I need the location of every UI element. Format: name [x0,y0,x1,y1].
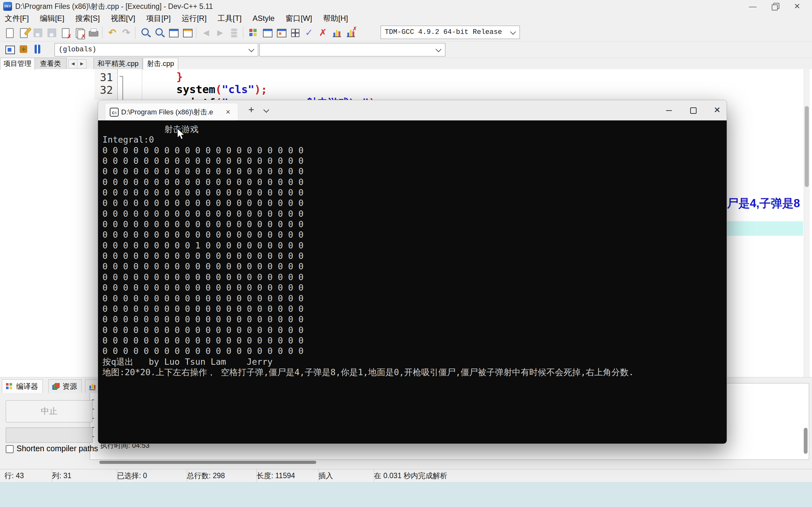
terminal-maximize-button[interactable] [684,101,702,119]
console-screen[interactable]: 射击游戏 Integral:0 0 0 0 0 0 0 0 0 0 0 0 0 … [98,120,727,444]
close-file-button[interactable]: ✗ [58,25,72,40]
chevron-down-icon [248,46,254,52]
tab-class-viewer[interactable]: 查看类 [34,58,67,69]
redo-button[interactable]: ↷ [119,25,133,40]
abort-x-icon: ✗ [316,25,330,40]
tab-compiler[interactable]: 编译器 [2,379,43,393]
back-button[interactable]: ◀ [199,25,213,40]
window-title: D:\Program Files (x86)\射击.cpp - [Executi… [15,0,213,13]
menu-edit[interactable]: 编辑[E] [35,13,69,24]
menu-help[interactable]: 帮助[H] [318,13,353,24]
save-all-icon [48,29,56,37]
devcpp-logo-icon: DEV [3,2,12,11]
fold-tick [119,76,123,77]
abort-button[interactable]: 中止 [6,400,93,422]
menu-view[interactable]: 视图[V] [106,13,140,24]
compile-icon [249,29,257,37]
terminal-title-bar[interactable]: C:\ D:\Program Files (x86)\射击.e ✕ + ✕ [98,100,727,120]
close-x-icon: ✗ [67,34,72,39]
globals-select-value: (globals) [59,46,96,54]
profile-button[interactable] [330,25,344,40]
back-arrow-icon: ◀ [199,25,213,40]
save-icon [34,29,42,37]
menu-file[interactable]: 文件[F] [0,13,34,24]
window-restore-button[interactable] [764,0,785,13]
pause-icon-c [231,35,237,38]
toggle-bookmarks-button[interactable] [31,42,44,57]
terminal-tab-title: D:\Program Files (x86)\射击.e [121,103,219,121]
resources-tab-icon [52,383,59,389]
terminal-minimize-button[interactable] [660,101,678,119]
terminal-close-button[interactable]: ✕ [708,101,726,119]
add-watch-button[interactable]: + [16,42,31,57]
forward-button[interactable]: ▶ [213,25,227,40]
file-tab-heping[interactable]: 和平精英.cpp [94,58,142,69]
compiler-tab-icon [6,383,12,389]
menu-tools[interactable]: 工具[T] [213,13,247,24]
status-insert-mode: 插入 [314,469,374,482]
file-tab-sheji[interactable]: 射击.cpp [143,58,178,70]
find-button[interactable] [138,25,152,40]
undo-icon: ↶ [105,25,119,40]
status-parse-time: 在 0.031 秒内完成解析 [369,469,561,482]
status-selected: 已选择: 0 [113,469,187,482]
undo-button[interactable]: ↶ [105,25,119,40]
class-toolbar: + (globals) [0,41,812,58]
menu-run[interactable]: 运行[R] [177,13,212,24]
delete-x-icon: ✗ [352,26,357,32]
printer-icon [89,31,98,37]
compile-run-button[interactable] [274,25,288,40]
tab-scroll-right-button[interactable]: ▶ [77,59,87,68]
editor-vertical-scrollbar[interactable] [804,69,810,377]
terminal-tab[interactable]: C:\ D:\Program Files (x86)\射击.e ✕ [105,103,238,121]
log-scrollbar-thumb[interactable] [804,428,808,454]
tab-project-manager[interactable]: 项目管理 [0,58,35,70]
rebuild-all-button[interactable] [288,25,302,40]
window-close-button[interactable]: ✕ [786,0,808,13]
project-browser-panel [0,69,95,377]
console-output: 射击游戏 Integral:0 0 0 0 0 0 0 0 0 0 0 0 0 … [102,124,634,377]
print-button[interactable] [86,25,100,40]
compile-button[interactable] [246,25,260,40]
gutter-separator [117,69,118,100]
goto-doc-icon [169,29,179,38]
menu-project[interactable]: 项目[P] [142,13,175,24]
globals-select[interactable]: (globals) [55,43,258,56]
tab-resources[interactable]: 资源 [48,379,82,393]
code-line-32: system("cls"); [176,83,267,96]
scrollbar-thumb[interactable] [805,106,809,187]
book-stripe [37,45,38,54]
shorten-paths-checkbox[interactable] [6,445,14,453]
rebuild-icon [291,29,299,37]
save-button[interactable] [31,25,44,40]
new-file-button[interactable] [3,25,16,40]
replace-button[interactable] [152,25,166,40]
open-file-button[interactable] [16,25,31,40]
save-all-button[interactable] [44,25,58,40]
menu-search[interactable]: 搜索[S] [70,13,104,24]
tab-scroll-left-button[interactable]: ◀ [68,59,78,68]
goto-function-button[interactable] [180,25,194,40]
run-button[interactable] [260,25,274,40]
terminal-tab-dropdown-chevron-icon[interactable] [263,107,269,112]
close-all-button[interactable]: ✗ [72,25,86,40]
status-length: 长度: 11594 [252,469,319,482]
members-select[interactable] [259,43,445,56]
delete-profiling-button[interactable]: ✗ [344,25,358,40]
new-unit-button[interactable] [3,42,16,57]
terminal-tab-close-button[interactable]: ✕ [223,108,233,117]
new-file-icon [6,28,14,38]
log-hscrollbar-thumb[interactable] [99,461,316,464]
menu-window[interactable]: 窗口[W] [281,13,317,24]
syntax-check-button[interactable]: ✓ [302,25,316,40]
search-icon [142,28,149,36]
pause-button[interactable] [227,25,241,40]
code-fragment-right: 尸是4,子弹是8 [727,196,800,211]
menu-astyle[interactable]: AStyle [248,13,279,24]
goto-line-button[interactable] [166,25,180,40]
terminal-new-tab-button[interactable]: + [245,103,258,117]
window-minimize-button[interactable]: — [742,0,763,13]
title-bar: DEV D:\Program Files (x86)\射击.cpp - [Exe… [0,0,812,13]
abort-compilation-button[interactable]: ✗ [316,25,330,40]
compiler-select[interactable]: TDM-GCC 4.9.2 64-bit Release [380,26,520,39]
